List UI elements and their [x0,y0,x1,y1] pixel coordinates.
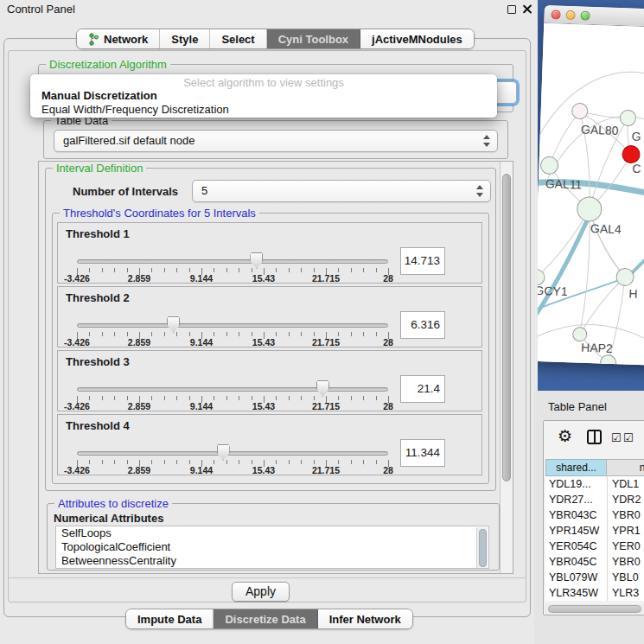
node-c[interactable] [622,145,641,163]
threshold-value-field[interactable]: 14.713 [400,247,445,275]
tab-select[interactable]: Select [210,29,266,48]
node-label-c: C [632,162,641,175]
slider-track[interactable] [77,323,388,328]
slider-thumb[interactable] [217,444,230,461]
slider-thumb[interactable] [250,252,263,269]
cell-shared-name[interactable]: YBR043C [545,507,607,523]
gear-icon[interactable]: ⚙ [558,426,572,446]
slider-track[interactable] [77,387,388,392]
axis-tick-label: 9.144 [190,401,213,411]
cell-shared-name[interactable]: YBL079W [545,570,607,585]
axis-tick [314,332,315,336]
apply-button[interactable]: Apply [232,582,290,602]
cell-name[interactable]: YBR0 [607,507,644,523]
combo-stepper-icon [475,184,483,198]
attributes-scrollbar[interactable] [476,527,488,569]
network-window[interactable]: GAL80GCGAL11GAL4HGCY1HAP2 [538,5,644,367]
cell-name[interactable]: YBR0 [607,554,644,570]
node-gal4[interactable] [577,196,602,221]
slider-thumb[interactable] [316,380,329,397]
algorithm-option-manual-discretization[interactable]: Manual Discretization [30,89,497,103]
cell-name[interactable]: YDR2 [607,492,644,507]
axis-tick [301,332,302,336]
axis-tick [176,268,177,272]
close-window-icon[interactable] [551,10,560,19]
axis-tick [151,396,152,400]
threshold-value-field[interactable]: 21.4 [400,375,445,403]
mode-tab-discretize-data[interactable]: Discretize Data [214,609,317,628]
table-hscrollbar-thumb[interactable] [548,605,641,613]
axis-tick [114,396,115,400]
table-row[interactable]: YDR27...YDR2 [545,492,644,507]
tab-label: jActiveMNodules [372,33,462,46]
table-data-combo[interactable]: galFiltered.sif default node [54,130,498,152]
table-row[interactable]: YBR045CYBR0 [545,554,644,570]
node-hap2[interactable] [572,327,587,341]
main-scrollbar-thumb[interactable] [502,174,511,481]
close-panel-icon[interactable] [521,3,532,15]
cell-shared-name[interactable]: YLR345W [545,585,607,601]
table-row[interactable]: YLR345WYLR3 [545,585,644,601]
cell-name[interactable]: YER0 [607,539,644,554]
axis-tick [314,460,315,464]
node-gal11[interactable] [540,156,558,175]
node-g[interactable] [620,110,636,126]
axis-tick [276,396,277,400]
axis-tick [351,332,352,336]
axis-tick [127,332,128,336]
tab-jactivemnodules[interactable]: jActiveMNodules [360,29,474,48]
axis-tick [252,460,252,464]
threshold-value-field[interactable]: 11.344 [400,439,445,467]
cell-shared-name[interactable]: YBR045C [545,554,607,570]
cell-name[interactable]: YDL1 [607,476,644,492]
cell-shared-name[interactable]: YDL19... [545,476,607,492]
table-row[interactable]: YDL19...YDL1 [545,476,644,492]
threshold-value-field[interactable]: 6.316 [400,311,445,339]
split-columns-icon[interactable] [587,430,602,444]
slider-track[interactable] [77,259,388,264]
cell-shared-name[interactable]: YER054C [545,539,607,554]
cell-name[interactable]: YBL0 [607,570,644,585]
node-h[interactable] [616,268,634,286]
slider-track[interactable] [77,451,388,456]
axis-tick [363,460,364,464]
column-header-shared[interactable]: shared... [545,459,606,476]
table-horizontal-scrollbar[interactable] [545,604,644,614]
number-of-intervals-combo[interactable]: 5 [192,180,491,202]
table-row[interactable]: YBL079WYBL0 [545,570,644,585]
table-row[interactable]: YER054CYER0 [545,539,644,554]
checkbox-icon[interactable]: ☑ [623,431,634,444]
table-row[interactable]: YPR145WYPR1 [545,523,644,539]
node-label-g: G [631,130,641,143]
cell-shared-name[interactable]: YPR145W [545,523,607,539]
minimize-window-icon[interactable] [565,10,575,20]
axis-tick [376,332,377,336]
attributes-scrollbar-thumb[interactable] [479,529,487,567]
axis-tick [301,396,302,400]
node-gal80[interactable] [571,103,588,119]
numerical-attributes-list[interactable]: SelfLoopsTopologicalCoefficientBetweenne… [55,526,489,569]
float-panel-icon[interactable] [507,5,516,14]
axis-tick-label: 28 [383,337,393,348]
attribute-item-betweennesscentrality[interactable]: BetweennessCentrality [56,554,488,568]
cell-name[interactable]: YLR3 [607,585,644,601]
algorithm-option-equal-width-frequency-discretization[interactable]: Equal Width/Frequency Discretization [30,103,497,117]
attribute-item-topologicalcoefficient[interactable]: TopologicalCoefficient [56,540,488,554]
cell-name[interactable]: YPR1 [607,523,644,539]
zoom-window-icon[interactable] [580,10,590,20]
attribute-item-selfloops[interactable]: SelfLoops [56,526,488,540]
column-header-na[interactable]: na [606,459,644,476]
table-row[interactable]: YBR043CYBR0 [545,507,644,523]
main-scrollbar[interactable] [500,162,513,573]
tab-style[interactable]: Style [160,29,210,48]
mode-tab-infer-network[interactable]: Infer Network [318,609,412,628]
cell-shared-name[interactable]: YDR27... [545,492,607,507]
tab-network[interactable]: Network [77,29,160,48]
slider-thumb[interactable] [167,316,180,333]
tab-cyni-toolbox[interactable]: Cyni Toolbox [267,29,360,48]
axis-tick [114,332,115,336]
checkbox-icon[interactable]: ☑ [611,431,622,444]
network-canvas[interactable]: GAL80GCGAL11GAL4HGCY1HAP2 [538,23,644,367]
mode-tab-impute-data[interactable]: Impute Data [126,609,214,628]
node-bn[interactable] [600,355,616,367]
